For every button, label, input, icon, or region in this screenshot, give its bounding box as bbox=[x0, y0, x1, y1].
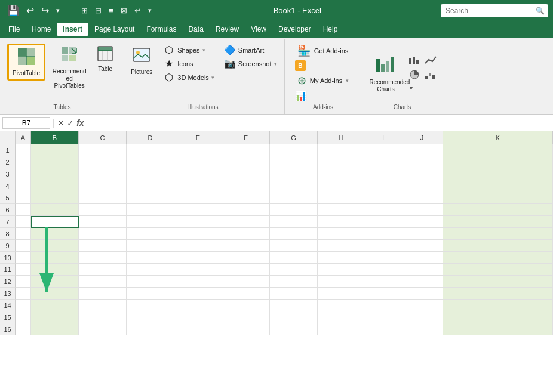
cell-I10[interactable] bbox=[365, 252, 401, 264]
cell-G11[interactable] bbox=[270, 264, 318, 276]
cell-I9[interactable] bbox=[365, 240, 401, 252]
cell-B7[interactable] bbox=[31, 216, 79, 228]
cell-I3[interactable] bbox=[365, 168, 401, 180]
cell-G5[interactable] bbox=[270, 192, 318, 204]
cell-I13[interactable] bbox=[365, 288, 401, 300]
search-input[interactable] bbox=[441, 4, 548, 17]
cell-E5[interactable] bbox=[174, 192, 222, 204]
cell-D10[interactable] bbox=[127, 252, 174, 264]
cell-H15[interactable] bbox=[318, 311, 365, 323]
row-header-8[interactable]: 8 bbox=[0, 228, 16, 240]
smartart-button[interactable]: 🔷 SmartArt bbox=[222, 44, 279, 56]
col-header-g[interactable]: G bbox=[270, 131, 318, 144]
cell-A11[interactable] bbox=[16, 264, 31, 276]
cell-B12[interactable] bbox=[31, 276, 79, 288]
cell-C12[interactable] bbox=[79, 276, 127, 288]
menu-developer[interactable]: Developer bbox=[272, 23, 317, 36]
cell-K11[interactable] bbox=[443, 264, 553, 276]
cell-A8[interactable] bbox=[16, 228, 31, 240]
cell-E8[interactable] bbox=[174, 228, 222, 240]
fx-icon[interactable]: fx bbox=[76, 118, 84, 128]
cell-F14[interactable] bbox=[222, 300, 270, 311]
col-header-k[interactable]: K bbox=[443, 131, 553, 144]
row-header-7[interactable]: 7 bbox=[0, 216, 16, 228]
cell-H10[interactable] bbox=[318, 252, 365, 264]
get-addins-button[interactable]: 🏪 Get Add-ins bbox=[295, 44, 351, 58]
cell-J4[interactable] bbox=[401, 180, 443, 192]
cell-G9[interactable] bbox=[270, 240, 318, 252]
menu-page-layout[interactable]: Page Layout bbox=[88, 23, 140, 36]
cell-E6[interactable] bbox=[174, 204, 222, 216]
cell-F6[interactable] bbox=[222, 204, 270, 216]
cell-C11[interactable] bbox=[79, 264, 127, 276]
cell-K6[interactable] bbox=[443, 204, 553, 216]
cell-I16[interactable] bbox=[365, 323, 401, 335]
cell-C7[interactable] bbox=[79, 216, 127, 228]
cell-D5[interactable] bbox=[127, 192, 174, 204]
cell-F7[interactable] bbox=[222, 216, 270, 228]
cell-C8[interactable] bbox=[79, 228, 127, 240]
cell-I5[interactable] bbox=[365, 192, 401, 204]
cell-G7[interactable] bbox=[270, 216, 318, 228]
cell-J8[interactable] bbox=[401, 228, 443, 240]
cell-I4[interactable] bbox=[365, 180, 401, 192]
cell-B1[interactable] bbox=[31, 144, 79, 156]
cell-B14[interactable] bbox=[31, 300, 79, 311]
cell-K5[interactable] bbox=[443, 192, 553, 204]
cell-J7[interactable] bbox=[401, 216, 443, 228]
cell-G3[interactable] bbox=[270, 168, 318, 180]
cell-A3[interactable] bbox=[16, 168, 31, 180]
cancel-icon[interactable]: ✕ bbox=[57, 118, 64, 128]
cell-H2[interactable] bbox=[318, 156, 365, 168]
formula-input[interactable] bbox=[87, 119, 551, 127]
pie-chart-button[interactable] bbox=[407, 69, 422, 82]
cell-B4[interactable] bbox=[31, 180, 79, 192]
cell-G10[interactable] bbox=[270, 252, 318, 264]
cell-A15[interactable] bbox=[16, 311, 31, 323]
cell-C4[interactable] bbox=[79, 180, 127, 192]
row-header-13[interactable]: 13 bbox=[0, 288, 16, 300]
cell-I8[interactable] bbox=[365, 228, 401, 240]
line-chart-button[interactable] bbox=[423, 54, 438, 67]
cell-D4[interactable] bbox=[127, 180, 174, 192]
cell-J5[interactable] bbox=[401, 192, 443, 204]
cell-H5[interactable] bbox=[318, 192, 365, 204]
cell-K15[interactable] bbox=[443, 311, 553, 323]
cell-H11[interactable] bbox=[318, 264, 365, 276]
row-header-1[interactable]: 1 bbox=[0, 144, 16, 156]
cell-G16[interactable] bbox=[270, 323, 318, 335]
cell-D11[interactable] bbox=[127, 264, 174, 276]
col-header-d[interactable]: D bbox=[127, 131, 174, 144]
row-header-11[interactable]: 11 bbox=[0, 264, 16, 276]
cell-F8[interactable] bbox=[222, 228, 270, 240]
search-container[interactable]: 🔍 bbox=[441, 4, 548, 17]
col-header-j[interactable]: J bbox=[401, 131, 443, 144]
waterfall-chart-button[interactable] bbox=[423, 69, 438, 82]
cell-J11[interactable] bbox=[401, 264, 443, 276]
cell-D2[interactable] bbox=[127, 156, 174, 168]
cell-I15[interactable] bbox=[365, 311, 401, 323]
cell-H6[interactable] bbox=[318, 204, 365, 216]
cell-H13[interactable] bbox=[318, 288, 365, 300]
cell-B13[interactable] bbox=[31, 288, 79, 300]
cell-F2[interactable] bbox=[222, 156, 270, 168]
cell-A14[interactable] bbox=[16, 300, 31, 311]
cell-H14[interactable] bbox=[318, 300, 365, 311]
row-header-9[interactable]: 9 bbox=[0, 240, 16, 252]
cell-F12[interactable] bbox=[222, 276, 270, 288]
more-charts-button[interactable]: ▼ bbox=[407, 84, 416, 92]
cell-A10[interactable] bbox=[16, 252, 31, 264]
cell-B11[interactable] bbox=[31, 264, 79, 276]
cell-A5[interactable] bbox=[16, 192, 31, 204]
cell-K2[interactable] bbox=[443, 156, 553, 168]
cell-J6[interactable] bbox=[401, 204, 443, 216]
col-header-i[interactable]: I bbox=[365, 131, 401, 144]
cell-E2[interactable] bbox=[174, 156, 222, 168]
cell-C2[interactable] bbox=[79, 156, 127, 168]
cell-K16[interactable] bbox=[443, 323, 553, 335]
row-header-3[interactable]: 3 bbox=[0, 168, 16, 180]
col-header-e[interactable]: E bbox=[174, 131, 222, 144]
cell-C10[interactable] bbox=[79, 252, 127, 264]
cell-F15[interactable] bbox=[222, 311, 270, 323]
cell-J1[interactable] bbox=[401, 144, 443, 156]
